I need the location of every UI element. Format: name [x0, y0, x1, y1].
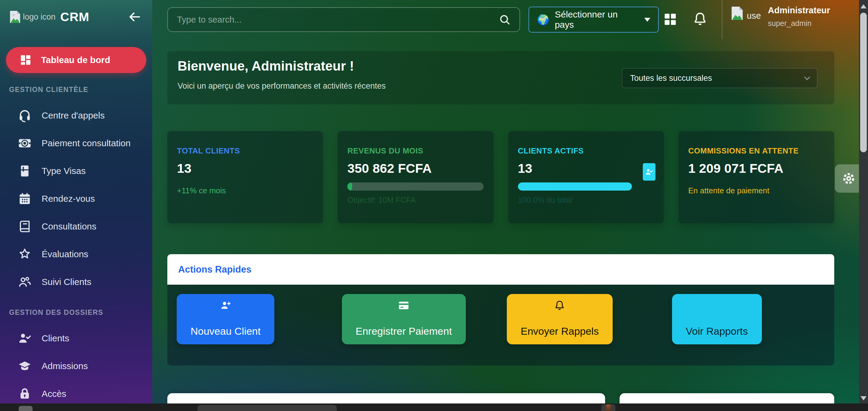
caret-down-icon — [644, 18, 650, 22]
sidebar-collapse-button[interactable] — [127, 10, 142, 24]
sidebar-item-evaluations[interactable]: Évaluations — [0, 240, 152, 268]
sidebar: logo icon CRM Tableau de bord GESTION CL… — [0, 0, 152, 404]
sidebar-item-label: Type Visas — [41, 166, 86, 176]
crm-dashboard-screen: logo icon CRM Tableau de bord GESTION CL… — [0, 0, 868, 411]
arrow-left-icon — [127, 10, 142, 24]
active-clients-progress-bar — [518, 183, 632, 191]
button-label: Voir Rapports — [686, 325, 748, 337]
main-content: 🌍 Sélectionner un pays use Administrateu… — [152, 0, 859, 404]
sidebar-item-type-visas[interactable]: Type Visas — [0, 157, 152, 185]
sidebar-item-label: Centre d'appels — [41, 110, 104, 121]
stat-label: REVENUS DU MOIS — [347, 146, 484, 156]
user-name: Administrateur — [768, 5, 830, 15]
taskbar-item[interactable] — [601, 404, 615, 411]
sidebar-item-consultations[interactable]: Consultations — [0, 213, 152, 240]
people-icon — [18, 275, 32, 289]
scrollbar-up-arrow[interactable] — [861, 4, 867, 8]
sidebar-item-label: Paiement consultation — [41, 138, 130, 148]
stat-note: Objectif: 10M FCFA — [347, 195, 484, 205]
stat-value: 13 — [177, 161, 313, 176]
button-label: Nouveau Client — [190, 325, 260, 337]
stat-value: 13 — [518, 161, 654, 176]
revenue-progress-fill — [347, 183, 352, 191]
sidebar-item-admissions[interactable]: Admissions — [0, 352, 152, 380]
user-role: super_admin — [768, 19, 830, 28]
send-reminders-button[interactable]: Envoyer Rappels — [507, 294, 613, 344]
headset-icon — [18, 108, 32, 122]
scrollbar-track[interactable] — [859, 0, 868, 404]
logo-alt-text: logo icon — [23, 12, 56, 22]
taskbar-item[interactable] — [19, 406, 33, 411]
scrollbar-thumb[interactable] — [860, 13, 867, 152]
lock-icon — [18, 387, 32, 401]
stat-note: 100.0% du total — [518, 195, 654, 205]
button-label: Enregistrer Paiement — [356, 325, 452, 337]
welcome-subtitle: Voici un aperçu de vos performances et a… — [178, 82, 385, 91]
sidebar-item-acces[interactable]: Accès — [0, 380, 152, 404]
register-payment-button[interactable]: Enregistrer Paiement — [342, 294, 466, 344]
notifications-button[interactable] — [692, 11, 708, 27]
stat-value: 1 209 071 FCFA — [688, 161, 825, 176]
star-icon — [18, 247, 32, 261]
sidebar-item-paiement-consultation[interactable]: Paiement consultation — [0, 129, 152, 157]
sidebar-item-label: Évaluations — [41, 249, 88, 259]
brand-title: CRM — [60, 10, 89, 24]
sidebar-item-label: Consultations — [41, 221, 96, 231]
sidebar-item-clients[interactable]: Clients — [0, 324, 152, 352]
user-info[interactable]: Administrateur super_admin — [768, 5, 830, 28]
quick-actions-card: Actions Rapides Nouveau Client Enregistr… — [167, 254, 834, 366]
stat-card-revenus-mois: REVENUS DU MOIS 350 862 FCFA Objectif: 1… — [338, 131, 493, 223]
fridge-icon — [18, 164, 32, 178]
new-client-button[interactable]: Nouveau Client — [177, 294, 274, 344]
sidebar-item-suivi-clients[interactable]: Suivi Clients — [0, 268, 152, 296]
user-avatar-chip[interactable]: use — [731, 5, 761, 21]
sidebar-item-label: Admissions — [41, 361, 88, 371]
sidebar-logo-row: logo icon CRM — [0, 0, 152, 34]
stat-card-clients-actifs: CLIENTS ACTIFS 13 100.0% du total — [508, 131, 664, 223]
sidebar-item-label: Tableau de bord — [41, 55, 110, 65]
stat-value: 350 862 FCFA — [347, 161, 484, 176]
person-check-icon — [18, 331, 32, 345]
country-selector[interactable]: 🌍 Sélectionner un pays — [529, 7, 659, 33]
sidebar-item-label: Accès — [41, 389, 66, 399]
book-icon — [18, 220, 32, 233]
branch-filter-value: Toutes les succursales — [630, 73, 805, 83]
person-check-badge-icon — [643, 163, 655, 181]
settings-fab-button[interactable] — [835, 164, 863, 193]
person-add-icon — [219, 299, 231, 312]
credit-card-icon — [398, 299, 410, 312]
sidebar-item-label: Suivi Clients — [41, 277, 91, 287]
topbar-divider — [722, 0, 722, 39]
stat-note: En attente de paiement — [688, 186, 825, 195]
banknote-icon — [18, 136, 32, 150]
country-selector-label: Sélectionner un pays — [555, 9, 639, 30]
sidebar-item-centre-appels[interactable]: Centre d'appels — [0, 102, 152, 129]
graduation-cap-icon — [18, 359, 32, 373]
chevron-down-icon — [804, 74, 810, 80]
broken-avatar-image-icon — [731, 5, 744, 21]
os-taskbar — [0, 404, 868, 411]
sidebar-item-rendez-vous[interactable]: Rendez-vous — [0, 185, 152, 213]
scrollbar-down-arrow[interactable] — [861, 396, 867, 401]
stat-label: TOTAL CLIENTS — [177, 146, 313, 156]
sidebar-item-dashboard[interactable]: Tableau de bord — [6, 47, 146, 73]
apps-grid-button[interactable] — [662, 11, 678, 27]
sidebar-section-gestion-dossiers: GESTION DES DOSSIERS — [0, 309, 152, 317]
taskbar-item[interactable] — [197, 405, 337, 411]
stat-label: CLIENTS ACTIFS — [518, 146, 654, 156]
dashboard-icon — [19, 54, 32, 66]
welcome-title: Bienvenue, Administrateur ! — [178, 59, 354, 73]
branch-filter-select[interactable]: Toutes les succursales — [622, 68, 817, 88]
gear-icon — [841, 171, 856, 186]
search-input[interactable] — [176, 14, 498, 25]
apps-grid-icon — [662, 11, 678, 27]
revenue-progress-bar — [347, 183, 484, 191]
quick-actions-body: Nouveau Client Enregistrer Paiement Envo… — [167, 285, 834, 366]
sidebar-section-gestion-clientele: GESTION CLIENTÈLE — [0, 86, 152, 94]
view-reports-button[interactable]: Voir Rapports — [672, 294, 762, 344]
sidebar-item-label: Clients — [41, 333, 69, 344]
search-icon[interactable] — [498, 13, 511, 26]
bell-icon — [554, 299, 566, 312]
broken-logo-image-icon — [9, 10, 21, 24]
sidebar-item-label: Rendez-vous — [41, 194, 95, 204]
